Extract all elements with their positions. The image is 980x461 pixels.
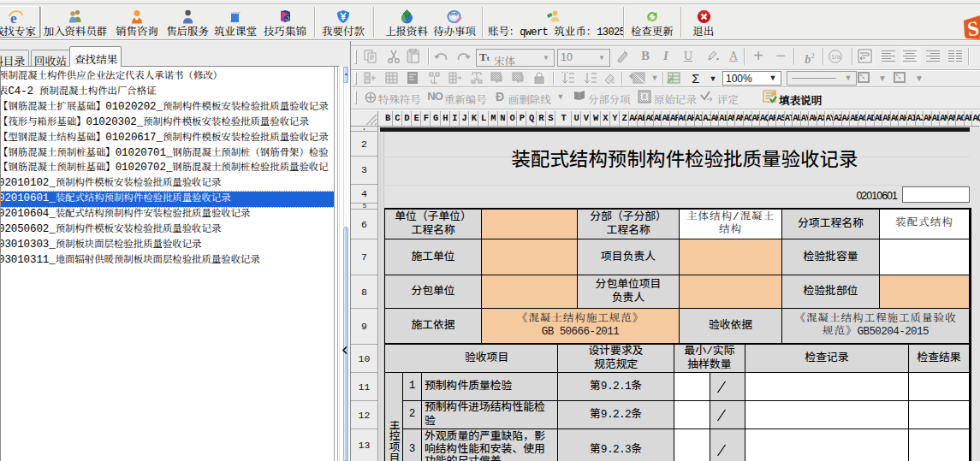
svg-text:c: c <box>611 77 615 85</box>
svg-text:1/a: 1/a <box>831 53 841 61</box>
svg-text:DVD: DVD <box>450 12 458 16</box>
